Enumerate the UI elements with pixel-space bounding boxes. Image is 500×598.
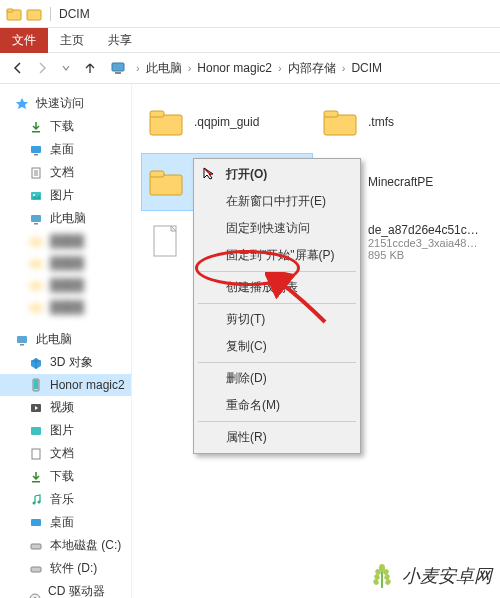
- sidebar-music[interactable]: 音乐: [0, 488, 131, 511]
- menu-pinquick[interactable]: 固定到快速访问: [194, 215, 360, 242]
- crumb-device[interactable]: Honor magic2: [197, 61, 272, 75]
- svg-rect-36: [150, 115, 182, 135]
- watermark-text: 小麦安卓网: [402, 564, 492, 588]
- drive-icon: [28, 561, 44, 577]
- breadcrumb[interactable]: › 此电脑 › Honor magic2 › 内部存储 › DCIM: [110, 60, 494, 77]
- watermark: 小麦安卓网: [368, 562, 492, 590]
- phone-icon: [28, 377, 44, 393]
- folder-icon: [146, 162, 186, 202]
- crumb-dcim[interactable]: DCIM: [351, 61, 382, 75]
- crumb-storage[interactable]: 内部存储: [288, 60, 336, 77]
- label: 此电脑: [36, 331, 72, 348]
- svg-rect-1: [7, 9, 13, 12]
- label: 文档: [50, 445, 74, 462]
- history-dropdown[interactable]: [54, 56, 78, 80]
- svg-rect-39: [324, 111, 338, 117]
- desktop-icon: [28, 515, 44, 531]
- menu-open[interactable]: 打开(O): [194, 161, 360, 188]
- sidebar-cddrive[interactable]: CD 驱动器 (E:) HiSu: [0, 580, 131, 598]
- label: 文档: [50, 164, 74, 181]
- separator: [50, 7, 51, 21]
- svg-rect-20: [34, 380, 38, 389]
- sidebar-desktop[interactable]: 桌面: [0, 138, 131, 161]
- svg-rect-5: [32, 131, 40, 133]
- menu-playlist[interactable]: 创建播放列表: [194, 274, 360, 301]
- sidebar-honor[interactable]: Honor magic2: [0, 374, 131, 396]
- document-icon: [28, 446, 44, 462]
- sidebar-downloads[interactable]: 下载: [0, 115, 131, 138]
- label: 音乐: [50, 491, 74, 508]
- menu-rename[interactable]: 重命名(M): [194, 392, 360, 419]
- svg-rect-4: [115, 72, 121, 74]
- back-button[interactable]: [6, 56, 30, 80]
- sidebar-downloads2[interactable]: 下载: [0, 465, 131, 488]
- svg-point-26: [38, 500, 41, 503]
- file-name: .qqpim_guid: [194, 115, 259, 129]
- svg-rect-38: [324, 115, 356, 135]
- download-icon: [28, 119, 44, 135]
- menu-separator: [198, 303, 356, 304]
- forward-button[interactable]: [30, 56, 54, 80]
- sidebar-blurred: ████: [0, 252, 131, 274]
- sidebar-3dobjects[interactable]: 3D 对象: [0, 351, 131, 374]
- navigation-pane: 快速访问 下载 桌面 文档 图片 此电脑 ████ ████ ████ ████: [0, 84, 132, 598]
- sidebar-documents2[interactable]: 文档: [0, 442, 131, 465]
- menu-newwindow[interactable]: 在新窗口中打开(E): [194, 188, 360, 215]
- wheat-icon: [368, 562, 396, 590]
- pictures-icon: [28, 423, 44, 439]
- sidebar-pictures[interactable]: 图片: [0, 184, 131, 207]
- svg-rect-17: [17, 336, 27, 343]
- svg-rect-27: [31, 519, 41, 526]
- context-menu: 打开(O) 在新窗口中打开(E) 固定到快速访问 固定到"开始"屏幕(P) 创建…: [193, 158, 361, 454]
- label: 桌面: [50, 514, 74, 531]
- video-icon: [28, 400, 44, 416]
- svg-point-10: [33, 194, 35, 196]
- menu-delete[interactable]: 删除(D): [194, 365, 360, 392]
- sidebar-desktop2[interactable]: 桌面: [0, 511, 131, 534]
- svg-rect-16: [30, 304, 42, 312]
- menu-pinstart[interactable]: 固定到"开始"屏幕(P): [194, 242, 360, 269]
- sidebar-documents[interactable]: 文档: [0, 161, 131, 184]
- svg-rect-22: [31, 427, 41, 435]
- desktop-icon: [28, 142, 44, 158]
- folder-icon: [146, 102, 186, 142]
- label: 下载: [50, 468, 74, 485]
- svg-rect-28: [31, 544, 41, 549]
- folder-item[interactable]: .qqpim_guid: [142, 94, 312, 150]
- svg-rect-40: [150, 175, 182, 195]
- file-sub: 2151ccde3_3xaia48xze3rrn: [368, 237, 482, 249]
- svg-rect-24: [32, 481, 40, 483]
- menu-cut[interactable]: 剪切(T): [194, 306, 360, 333]
- menu-separator: [198, 362, 356, 363]
- up-button[interactable]: [78, 56, 102, 80]
- sidebar-localc[interactable]: 本地磁盘 (C:): [0, 534, 131, 557]
- ribbon-tabs: 文件 主页 共享: [0, 28, 500, 52]
- tab-file[interactable]: 文件: [0, 28, 48, 53]
- crumb-thispc[interactable]: 此电脑: [146, 60, 182, 77]
- svg-rect-12: [34, 223, 38, 225]
- label: Honor magic2: [50, 378, 125, 392]
- download-icon: [28, 469, 44, 485]
- cursor-icon: [202, 166, 216, 180]
- svg-rect-13: [30, 238, 42, 246]
- sidebar-softd[interactable]: 软件 (D:): [0, 557, 131, 580]
- cube-icon: [28, 355, 44, 371]
- sidebar-video[interactable]: 视频: [0, 396, 131, 419]
- sidebar-thispc[interactable]: 此电脑: [0, 328, 131, 351]
- menu-separator: [198, 271, 356, 272]
- menu-copy[interactable]: 复制(C): [194, 333, 360, 360]
- label: 软件 (D:): [50, 560, 97, 577]
- tab-share[interactable]: 共享: [96, 28, 144, 53]
- sidebar-blurred: ████: [0, 296, 131, 318]
- sidebar-thispc-top[interactable]: 此电脑: [0, 207, 131, 230]
- folder-item[interactable]: .tmfs: [316, 94, 486, 150]
- folder-icon: [320, 102, 360, 142]
- svg-rect-41: [150, 171, 164, 177]
- menu-properties[interactable]: 属性(R): [194, 424, 360, 451]
- tab-home[interactable]: 主页: [48, 28, 96, 53]
- sidebar-quickaccess[interactable]: 快速访问: [0, 92, 131, 115]
- file-name: .tmfs: [368, 115, 394, 129]
- sidebar-pictures2[interactable]: 图片: [0, 419, 131, 442]
- menu-separator: [198, 421, 356, 422]
- drive-icon: [28, 538, 44, 554]
